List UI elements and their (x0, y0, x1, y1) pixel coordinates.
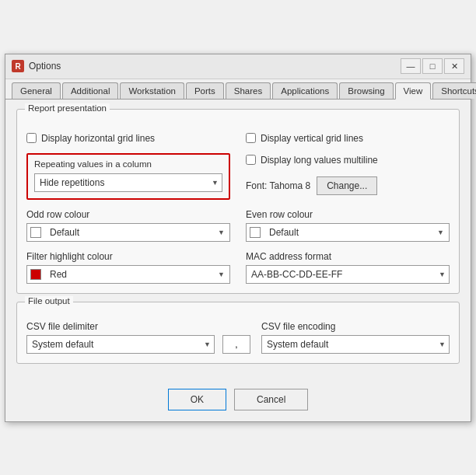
tab-bar: General Additional Workstation Ports Sha… (5, 79, 471, 100)
csv-encoding-group: CSV file encoding System default UTF-8 U… (261, 315, 450, 354)
csv-row: CSV file delimiter System default Comma … (26, 315, 450, 354)
content-area: Report presentation Display horizontal g… (5, 100, 471, 381)
font-row: Font: Tahoma 8 Change... (246, 176, 450, 195)
csv-separator-group: _ (222, 315, 254, 354)
report-presentation-section: Report presentation Display horizontal g… (16, 109, 460, 294)
even-row-select[interactable]: Default Custom (264, 223, 446, 242)
even-row-label: Even row colour (246, 209, 450, 220)
odd-row-select-wrap: Default Custom ▼ (45, 223, 226, 242)
repeating-values-box: Repeating values in a column Hide repeti… (26, 153, 230, 200)
vertical-grid-row: Display vertical grid lines (246, 133, 450, 144)
filter-mac-row: Filter highlight colour Red Blue Green Y… (26, 245, 450, 284)
even-row-select-wrap: Default Custom ▼ (264, 223, 446, 242)
file-output-section: File output CSV file delimiter System de… (16, 302, 460, 364)
csv-encoding-select-wrap: System default UTF-8 UTF-16 ▼ (261, 335, 450, 354)
horizontal-grid-row: Display horizontal grid lines (26, 133, 230, 144)
tab-workstation[interactable]: Workstation (120, 82, 184, 99)
tab-general[interactable]: General (12, 82, 61, 99)
filter-highlight-label: Filter highlight colour (26, 251, 230, 262)
title-bar: R Options — □ ✕ (5, 54, 471, 79)
mac-format-label: MAC address format (246, 251, 450, 262)
mac-format-select[interactable]: AA-BB-CC-DD-EE-FF AA:BB:CC:DD:EE:FF AABB… (246, 265, 450, 284)
font-label: Font: Tahoma 8 (246, 180, 310, 191)
repeating-select-wrap: Hide repetitions Show repetitions ▼ (34, 173, 222, 192)
tab-view[interactable]: View (395, 82, 432, 100)
csv-delimiter-select-wrap: System default Comma Semicolon Tab ▼ (26, 335, 215, 354)
repeating-label: Repeating values in a column (34, 159, 222, 169)
horizontal-grid-label: Display horizontal grid lines (41, 133, 155, 144)
tab-additional[interactable]: Additional (62, 82, 119, 99)
repeating-select[interactable]: Hide repetitions Show repetitions (34, 173, 222, 192)
tab-applications[interactable]: Applications (272, 82, 338, 99)
ok-button[interactable]: OK (168, 389, 226, 410)
csv-delimiter-group: CSV file delimiter System default Comma … (26, 315, 215, 354)
file-output-title: File output (25, 296, 73, 306)
vertical-grid-checkbox[interactable] (246, 133, 256, 143)
filter-highlight-select[interactable]: Red Blue Green Yellow (45, 265, 226, 284)
app-icon: R (12, 60, 24, 72)
footer: OK Cancel (5, 381, 471, 421)
csv-encoding-label: CSV file encoding (261, 321, 450, 332)
filter-highlight-select-wrap: Red Blue Green Yellow ▼ (45, 265, 226, 284)
csv-delimiter-select[interactable]: System default Comma Semicolon Tab (26, 335, 215, 354)
tab-shortcuts[interactable]: Shortcuts (432, 82, 476, 99)
long-values-checkbox[interactable] (246, 155, 256, 165)
minimize-button[interactable]: — (401, 58, 421, 74)
tab-browsing[interactable]: Browsing (339, 82, 393, 99)
odd-row-label: Odd row colour (26, 209, 230, 220)
tab-shares[interactable]: Shares (226, 82, 271, 99)
change-font-button[interactable]: Change... (317, 176, 377, 195)
long-values-row: Display long values multiline (246, 155, 450, 166)
close-button[interactable]: ✕ (444, 58, 464, 74)
maximize-button[interactable]: □ (422, 58, 443, 74)
cancel-button[interactable]: Cancel (234, 389, 308, 410)
csv-delimiter-label: CSV file delimiter (26, 321, 215, 332)
csv-encoding-select[interactable]: System default UTF-8 UTF-16 (261, 335, 450, 354)
options-window: R Options — □ ✕ General Additional Works… (5, 54, 471, 422)
window-title: Options (29, 61, 61, 72)
mac-format-select-wrap: AA-BB-CC-DD-EE-FF AA:BB:CC:DD:EE:FF AABB… (246, 265, 450, 284)
row-colour-row: Odd row colour Default Custom ▼ Eve (26, 203, 450, 242)
vertical-grid-label: Display vertical grid lines (261, 133, 363, 144)
csv-separator-input[interactable] (222, 335, 250, 354)
horizontal-grid-checkbox[interactable] (26, 133, 37, 143)
title-bar-left: R Options (12, 60, 61, 72)
title-buttons: — □ ✕ (401, 58, 464, 74)
tab-ports[interactable]: Ports (186, 82, 224, 99)
odd-row-select[interactable]: Default Custom (45, 223, 226, 242)
report-presentation-title: Report presentation (25, 103, 110, 113)
long-values-label: Display long values multiline (261, 155, 378, 166)
